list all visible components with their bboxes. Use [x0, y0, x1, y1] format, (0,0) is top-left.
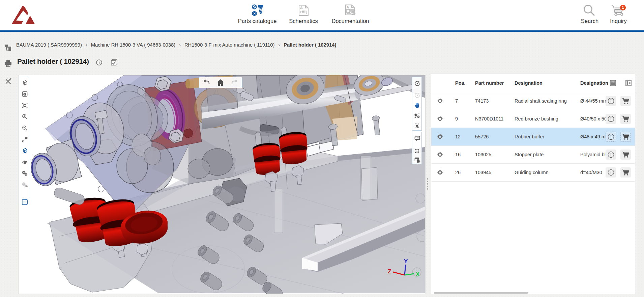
- svg-text:X: X: [416, 271, 420, 277]
- svg-text:A: A: [300, 6, 303, 10]
- svg-text:Y: Y: [404, 258, 408, 265]
- svg-text:A: A: [347, 5, 349, 9]
- svg-text:Z: Z: [388, 268, 391, 275]
